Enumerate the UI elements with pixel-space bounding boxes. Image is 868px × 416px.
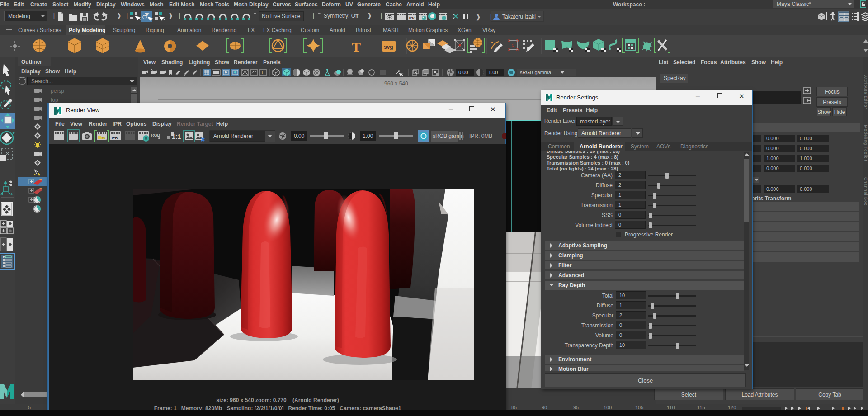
svg-text:RGB: RGB [151,133,160,137]
svg-text:1.00: 1.00 [488,70,498,75]
svg-text:svg: svg [384,44,393,50]
svg-text:IPR: IPR [112,136,118,140]
svg-text:sRGB gamm: sRGB gamm [433,133,464,139]
svg-text:sRGB gamma: sRGB gamma [520,70,552,75]
svg-text:1:1: 1:1 [172,133,181,140]
svg-text:Arnold Renderer: Arnold Renderer [213,133,253,139]
svg-text:T: T [261,70,264,75]
svg-text:top: top [51,97,58,103]
svg-text:❱: ❱ [476,13,481,21]
svg-text:IPR: 0MB: IPR: 0MB [469,133,492,139]
svg-text:S: S [102,136,105,140]
svg-text:persp: persp [51,88,64,94]
svg-text:IPR: IPR [409,16,415,19]
svg-text:0.00: 0.00 [458,70,468,75]
svg-text:T: T [352,39,361,54]
svg-text:1.00: 1.00 [363,133,373,139]
svg-text:0.00: 0.00 [294,133,305,139]
